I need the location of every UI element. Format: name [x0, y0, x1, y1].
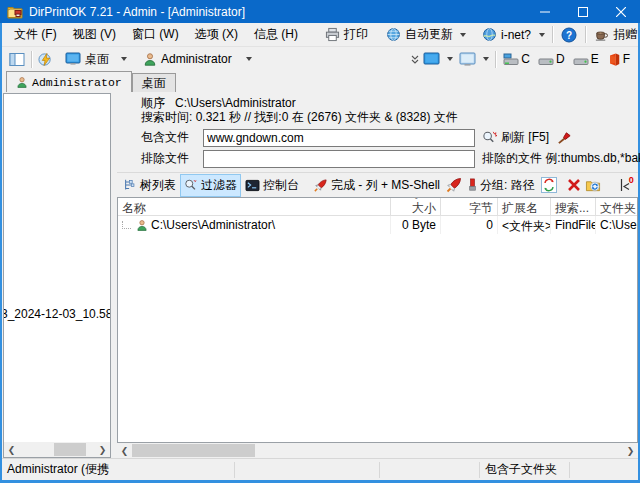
- tree-expander[interactable]: [122, 221, 131, 229]
- desktop-selector[interactable]: 桌面: [60, 48, 132, 71]
- overflow-chevron-icon[interactable]: [410, 54, 420, 64]
- user-icon: [136, 219, 148, 232]
- results-horizontal-scrollbar[interactable]: ❮ ❯: [117, 443, 638, 458]
- status-left: Administrator (便携: [2, 462, 235, 478]
- separator: [31, 51, 32, 68]
- help-button[interactable]: ?: [556, 24, 582, 46]
- office-f-button[interactable]: F: [603, 50, 634, 69]
- clear-filter-icon[interactable]: [557, 130, 572, 145]
- column-header-folder[interactable]: 文件夹: [596, 198, 637, 215]
- refresh-f5-button[interactable]: 刷新 [F5]: [501, 129, 549, 146]
- rocket-icon: [313, 178, 328, 193]
- status-cell-3: [380, 462, 480, 478]
- inet-button[interactable]: i-net?: [477, 24, 536, 45]
- complete-columns-button[interactable]: 完成 - 列 + MS-Shell: [309, 174, 444, 197]
- folder-tree[interactable]: 3_2024-12-03_10.58.35: [4, 94, 110, 442]
- tab-desktop-label: 桌面: [142, 75, 166, 92]
- column-header-name[interactable]: 名称: [118, 198, 391, 215]
- results-table: 名称 ˆ 大小 字节 扩展名 搜索... 文件夹: [117, 197, 638, 443]
- refresh-view-button[interactable]: [583, 175, 603, 196]
- monitor-icon: [423, 52, 440, 67]
- column-header-search[interactable]: 搜索...: [551, 198, 596, 215]
- monitor-1-button[interactable]: [420, 49, 456, 70]
- depth-0-button[interactable]: 0: [619, 177, 634, 194]
- user-selector[interactable]: Administrator: [138, 49, 257, 70]
- inet-label: i-net?: [501, 28, 531, 42]
- office-f-label: F: [623, 52, 630, 66]
- help-icon: ?: [561, 27, 577, 43]
- scroll-track[interactable]: [19, 442, 95, 457]
- menu-view[interactable]: 视图 (V): [65, 23, 124, 46]
- view-tab-strip: Administrator 桌面: [2, 71, 638, 92]
- table-row[interactable]: C:\Users\Administrator\ 0 Byte 0 <文件夹> F…: [118, 216, 637, 234]
- drive-e-label: E: [591, 52, 599, 66]
- quick-start-button[interactable]: [35, 49, 56, 70]
- exclude-files-input[interactable]: [203, 150, 475, 168]
- scroll-thumb[interactable]: [54, 443, 86, 456]
- monitor-2-button[interactable]: [456, 49, 492, 70]
- drive-c-button[interactable]: C: [499, 50, 534, 68]
- close-button[interactable]: [602, 0, 640, 23]
- console-label: 控制台: [263, 177, 299, 194]
- chevron-down-icon: [483, 57, 489, 61]
- scroll-track[interactable]: [132, 443, 623, 458]
- scroll-right-icon[interactable]: ❯: [623, 443, 638, 458]
- console-button[interactable]: 控制台: [241, 174, 303, 197]
- include-files-input[interactable]: [203, 129, 475, 147]
- separator: [585, 26, 586, 43]
- drive-e-button[interactable]: E: [569, 50, 603, 68]
- row-name-cell[interactable]: C:\Users\Administrator\: [118, 216, 391, 234]
- filter-label: 过滤器: [201, 177, 237, 194]
- separator: [552, 26, 553, 43]
- tab-desktop[interactable]: 桌面: [132, 73, 176, 92]
- scroll-thumb[interactable]: [132, 444, 255, 457]
- scroll-left-icon[interactable]: ❮: [4, 442, 19, 457]
- order-label: 顺序: [141, 96, 165, 110]
- column-header-bytes[interactable]: 字节: [441, 198, 498, 215]
- column-header-size[interactable]: ˆ 大小: [391, 198, 441, 215]
- filter-button[interactable]: 过滤器: [180, 174, 241, 197]
- row-search-cell: FindFile: [551, 216, 596, 234]
- group-path-button[interactable]: 分组: 路径: [464, 174, 539, 197]
- tree-list-label: 树列表: [140, 177, 176, 194]
- refresh-folder-icon: [585, 178, 601, 193]
- window-title: DirPrintOK 7.21 - Admin - [Administrator…: [29, 5, 526, 19]
- chevron-down-icon: [246, 57, 252, 61]
- main-area: 3_2024-12-03_10.58.35 ❮ ❯ 顺序 C:\Users\Ad…: [2, 92, 638, 458]
- toolbar-dropdown-icon[interactable]: [539, 33, 545, 37]
- printer-icon: [325, 27, 340, 42]
- results-panel: 顺序 C:\Users\Administrator 搜索时间: 0.321 秒 …: [117, 92, 638, 458]
- donate-button[interactable]: 捐赠: [589, 23, 640, 46]
- layout-panel-button[interactable]: [6, 49, 28, 70]
- tab-administrator[interactable]: Administrator: [6, 71, 132, 92]
- red-x-icon: [567, 178, 581, 192]
- scroll-left-icon[interactable]: ❮: [117, 443, 132, 458]
- group-path-label: 分组: 路径: [480, 177, 535, 194]
- menu-options[interactable]: 选项 (X): [187, 23, 246, 46]
- print-label: 打印: [344, 26, 368, 43]
- auto-update-button[interactable]: 自动更新: [381, 23, 471, 46]
- tree-item[interactable]: 3_2024-12-03_10.58.35: [4, 307, 110, 321]
- row-folder-cell: C:\Users\Administrator\: [596, 216, 637, 234]
- search-icon[interactable]: [482, 130, 497, 145]
- drive-d-button[interactable]: D: [534, 50, 569, 68]
- maximize-button[interactable]: [564, 0, 602, 23]
- menu-file[interactable]: 文件 (F): [6, 23, 65, 46]
- column-header-extension[interactable]: 扩展名: [498, 198, 551, 215]
- order-line: 顺序 C:\Users\Administrator: [141, 96, 638, 110]
- clear-list-button[interactable]: [565, 175, 583, 195]
- tree-list-button[interactable]: 树列表: [119, 174, 180, 197]
- minimize-button[interactable]: [526, 0, 564, 23]
- chevron-down-icon: [121, 57, 127, 61]
- rocket-run-button[interactable]: [444, 174, 464, 196]
- menu-info[interactable]: 信息 (H): [246, 23, 306, 46]
- print-button[interactable]: 打印: [320, 23, 373, 46]
- console-icon: [245, 179, 260, 192]
- maximize-icon: [578, 7, 588, 17]
- app-window: DirPrintOK 7.21 - Admin - [Administrator…: [0, 0, 640, 483]
- sort-ascending-icon: ˆ: [415, 198, 418, 205]
- tree-horizontal-scrollbar[interactable]: ❮ ❯: [4, 442, 110, 457]
- menu-window[interactable]: 窗口 (W): [124, 23, 187, 46]
- scroll-right-icon[interactable]: ❯: [95, 442, 110, 457]
- sync-button[interactable]: [539, 175, 559, 195]
